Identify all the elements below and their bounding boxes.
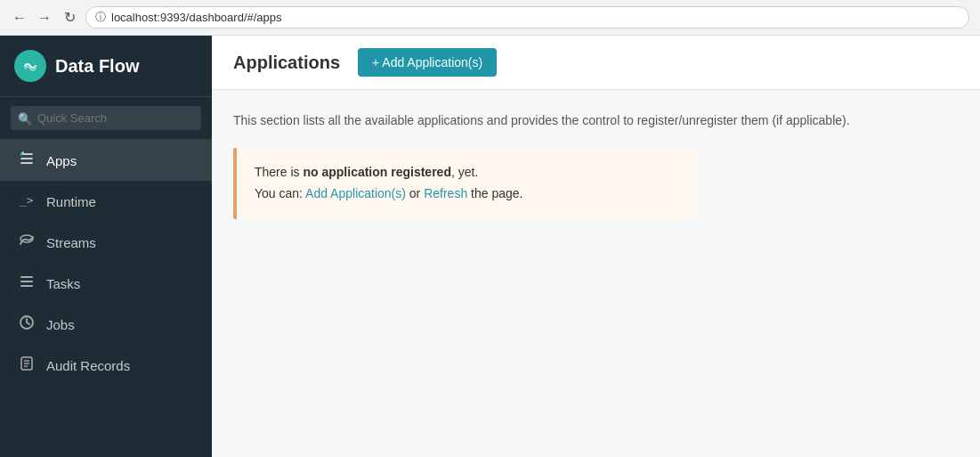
alert-message-suffix: , yet. (451, 165, 478, 179)
app-container: Data Flow 🔍 Apps (0, 36, 980, 457)
search-wrapper: 🔍 (11, 106, 201, 130)
apps-icon (18, 151, 36, 170)
sidebar: Data Flow 🔍 Apps (0, 36, 212, 457)
sidebar-item-runtime-label: Runtime (46, 194, 96, 209)
alert-message-prefix: There is (255, 165, 303, 179)
alert-box: There is no application registered, yet.… (233, 148, 696, 219)
lock-icon: ⓘ (95, 10, 106, 25)
add-application-button[interactable]: + Add Application(s) (358, 48, 497, 77)
sidebar-item-tasks[interactable]: Tasks (0, 263, 212, 304)
page-title: Applications (233, 53, 340, 73)
sidebar-item-jobs[interactable]: Jobs (0, 304, 212, 345)
sidebar-item-streams[interactable]: Streams (0, 222, 212, 263)
browser-chrome: ← → ↻ ⓘ localhost:9393/dashboard/#/apps (0, 0, 980, 36)
svg-point-1 (20, 153, 23, 156)
sidebar-logo: Data Flow (0, 36, 212, 97)
alert-or-text: or (406, 186, 424, 200)
streams-icon (18, 233, 36, 252)
top-bar: Applications + Add Application(s) (212, 36, 980, 90)
svg-rect-5 (20, 281, 33, 282)
jobs-icon (18, 314, 36, 334)
add-application-link[interactable]: Add Application(s) (305, 186, 406, 200)
sidebar-item-jobs-label: Jobs (46, 317, 75, 332)
search-container: 🔍 (0, 97, 212, 140)
alert-action-prefix: You can: (255, 186, 305, 200)
refresh-button[interactable]: ↻ (61, 9, 78, 27)
svg-rect-4 (20, 276, 33, 278)
main-content: Applications + Add Application(s) This s… (212, 36, 980, 457)
sidebar-item-audit-records-label: Audit Records (46, 358, 130, 373)
search-input[interactable] (11, 106, 201, 130)
address-bar[interactable]: ⓘ localhost:9393/dashboard/#/apps (85, 6, 969, 29)
content-area: This section lists all the available app… (212, 90, 980, 241)
description-text: This section lists all the available app… (233, 111, 959, 130)
logo-icon (14, 50, 46, 82)
runtime-icon: _> (18, 192, 36, 211)
sidebar-item-audit-records[interactable]: Audit Records (0, 345, 212, 386)
sidebar-nav: Apps _> Runtime Stream (0, 140, 212, 386)
tasks-icon (18, 273, 36, 293)
audit-records-icon (18, 355, 36, 375)
sidebar-item-tasks-label: Tasks (46, 276, 80, 291)
svg-text:_>: _> (20, 193, 34, 207)
alert-action-suffix: the page. (467, 186, 522, 200)
back-button[interactable]: ← (11, 9, 28, 27)
url-text: localhost:9393/dashboard/#/apps (111, 11, 282, 24)
forward-button[interactable]: → (36, 9, 53, 27)
sidebar-item-apps[interactable]: Apps (0, 140, 212, 181)
alert-message-bold: no application registered (303, 165, 450, 179)
refresh-link[interactable]: Refresh (424, 186, 467, 200)
svg-rect-6 (20, 285, 33, 287)
alert-text: There is no application registered, yet.… (255, 162, 678, 205)
app-title: Data Flow (55, 56, 139, 77)
sidebar-item-apps-label: Apps (46, 153, 77, 168)
sidebar-item-streams-label: Streams (46, 235, 96, 250)
sidebar-item-runtime[interactable]: _> Runtime (0, 181, 212, 222)
